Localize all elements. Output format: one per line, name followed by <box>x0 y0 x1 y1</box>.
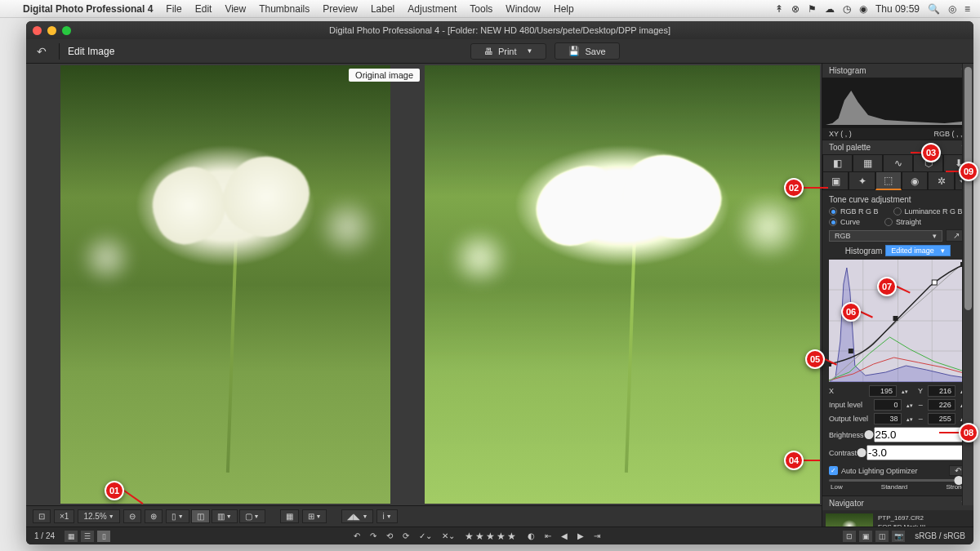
rotate-ccw-fine-icon[interactable]: ⟲ <box>386 531 393 540</box>
tab-detail[interactable]: ▦ <box>853 154 883 172</box>
tab-lens[interactable]: ◉ <box>902 172 928 190</box>
dropbox-icon[interactable]: ⊗ <box>791 3 800 15</box>
single-view-icon[interactable]: ▯ <box>97 531 110 542</box>
menu-item-view[interactable]: View <box>225 3 246 15</box>
input-b[interactable] <box>928 399 956 411</box>
histogram-header[interactable]: Histogram▼ <box>822 64 973 78</box>
zoom-level[interactable]: 12.5% ▼ <box>78 509 119 523</box>
spotlight-icon[interactable]: 🔍 <box>928 3 940 15</box>
x1-button[interactable]: ×1 <box>54 509 74 523</box>
single-button[interactable]: ▢▼ <box>239 509 265 523</box>
split-mode-button[interactable]: ▥▼ <box>212 509 238 523</box>
save-button[interactable]: 💾 Save <box>555 42 619 60</box>
grid-view-icon[interactable]: ▦ <box>65 531 78 542</box>
bluetooth-icon[interactable]: ↟ <box>775 3 783 15</box>
x-stepper[interactable]: ▴▾ <box>902 389 908 394</box>
zoom-in-button[interactable]: ⊕ <box>145 509 163 523</box>
minimize-button[interactable] <box>47 26 56 35</box>
zoom-out-button[interactable]: ⊖ <box>123 509 141 523</box>
pin3-icon[interactable]: ◫ <box>875 531 889 542</box>
siri-icon[interactable]: ◎ <box>948 3 956 15</box>
menu-item-tools[interactable]: Tools <box>470 3 492 15</box>
edited-pane[interactable] <box>425 65 820 504</box>
guides-button[interactable]: ⊞▼ <box>302 509 327 523</box>
control-center-icon[interactable]: ≡ <box>964 3 970 15</box>
rotate-cw-icon[interactable]: ↷ <box>370 531 376 540</box>
tab-settings[interactable]: ✲ <box>928 172 954 190</box>
print-button[interactable]: 🖶 Print ▼ <box>470 43 547 60</box>
histogram-body <box>822 78 973 128</box>
histogram-mode-select[interactable]: Edited image▾ <box>885 245 951 256</box>
straight-type-radio[interactable]: Straight <box>884 218 921 226</box>
highlight-warning-button[interactable]: ◢◣▼ <box>341 509 373 523</box>
undo-icon[interactable]: ↶ <box>33 42 51 60</box>
rotate-ccw-icon[interactable]: ↶ <box>354 531 360 540</box>
callout-02: 02 <box>784 178 804 198</box>
menu-item-thumbnails[interactable]: Thumbnails <box>259 3 310 15</box>
prev-icon[interactable]: ◀ <box>561 531 568 540</box>
last-icon[interactable]: ⇥ <box>594 531 600 540</box>
menu-item-help[interactable]: Help <box>554 3 574 15</box>
output-a[interactable] <box>874 413 902 424</box>
menu-item-adjustment[interactable]: Adjustment <box>408 3 457 15</box>
navigator-header[interactable]: Navigator▼ <box>822 496 973 510</box>
flag-icon[interactable]: ⚑ <box>808 3 817 15</box>
tc-heading: Tone curve adjustment <box>829 195 967 204</box>
next-icon[interactable]: ▶ <box>577 531 584 540</box>
tab-tone[interactable]: ∿ <box>883 154 913 172</box>
info-button[interactable]: i▼ <box>376 509 397 523</box>
print-label: Print <box>498 47 517 56</box>
grid-button[interactable]: ▦ <box>280 509 299 523</box>
menu-item-edit[interactable]: Edit <box>195 3 212 15</box>
traffic-lights <box>33 26 71 35</box>
alo-label: Auto Lighting Optimizer <box>841 467 918 475</box>
check-icon[interactable]: ✓⌄ <box>419 531 432 540</box>
tab-basic[interactable]: ◧ <box>822 154 853 172</box>
original-pane[interactable]: Original image <box>28 65 423 504</box>
input-a[interactable] <box>874 399 902 411</box>
app-name[interactable]: Digital Photo Professional 4 <box>23 3 153 15</box>
tab-dust[interactable]: ✦ <box>849 172 875 190</box>
y-input[interactable] <box>928 385 956 397</box>
list-view-icon[interactable]: ☰ <box>81 531 94 542</box>
alo-slider[interactable] <box>829 479 967 482</box>
tab-crop[interactable]: ⬚ <box>875 172 902 190</box>
split-v-button[interactable]: ◫ <box>191 509 210 523</box>
save-label: Save <box>585 47 605 56</box>
save-icon: 💾 <box>568 46 580 56</box>
menu-item-label[interactable]: Label <box>371 3 394 15</box>
wifi-icon[interactable]: ◉ <box>859 3 867 15</box>
curve-type-radio[interactable]: Curve <box>829 218 860 226</box>
x-input[interactable] <box>869 385 897 397</box>
rotate-cw-fine-icon[interactable]: ⟳ <box>403 531 409 540</box>
navigator-thumb[interactable] <box>826 513 873 527</box>
tool-palette-header[interactable]: Tool palette▼ <box>822 140 973 154</box>
menu-item-file[interactable]: File <box>166 3 181 15</box>
color-label-icon[interactable]: ◐ <box>528 531 535 540</box>
menu-item-window[interactable]: Window <box>506 3 541 15</box>
lum-mode-radio[interactable]: Luminance R G B <box>893 207 963 216</box>
contrast-value[interactable] <box>866 445 973 460</box>
menu-item-preview[interactable]: Preview <box>323 3 358 15</box>
fit-button[interactable]: ⊡ <box>33 509 51 523</box>
camera-icon[interactable]: 📷 <box>892 531 905 542</box>
timemachine-icon[interactable]: ◷ <box>843 3 851 15</box>
pin2-icon[interactable]: ▣ <box>859 531 872 542</box>
x-icon[interactable]: ✕⌄ <box>442 531 455 540</box>
output-b[interactable] <box>928 413 956 424</box>
zoom-button[interactable] <box>62 26 71 35</box>
clock[interactable]: Thu 09:59 <box>875 3 920 15</box>
rgb-mode-radio[interactable]: RGB R G B <box>829 207 879 216</box>
edit-image-label[interactable]: Edit Image <box>68 46 114 57</box>
alo-checkbox[interactable]: ✓ <box>829 466 838 475</box>
tool-tabs-row1: ◧ ▦ ∿ ⬡ ⬇ <box>822 154 973 172</box>
close-button[interactable] <box>33 26 42 35</box>
pin1-icon[interactable]: ⊡ <box>843 531 856 542</box>
split-h-button[interactable]: ▯▼ <box>166 509 189 523</box>
channel-select[interactable]: RGB▾ <box>829 230 942 242</box>
cloud-icon[interactable]: ☁ <box>825 3 835 15</box>
callout-01: 01 <box>105 481 124 500</box>
first-icon[interactable]: ⇤ <box>545 531 551 540</box>
star-rating[interactable]: ★★★★★ <box>465 531 518 542</box>
colorspace: sRGB / sRGB <box>915 531 965 540</box>
